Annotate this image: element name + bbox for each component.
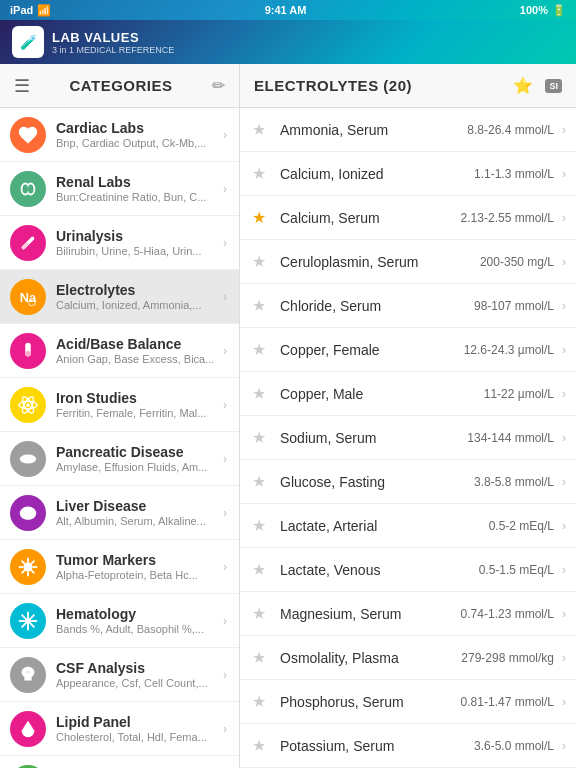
star-icon-8[interactable]: ★ xyxy=(252,472,272,491)
lab-arrow-6: › xyxy=(562,387,566,401)
star-icon-4[interactable]: ★ xyxy=(252,296,272,315)
lab-name-7: Sodium, Serum xyxy=(280,430,467,446)
category-icon-hematology xyxy=(10,603,46,639)
left-header: ☰ CATEGORIES ✏ xyxy=(0,64,239,108)
menu-icon[interactable]: ☰ xyxy=(14,75,30,97)
star-icon-6[interactable]: ★ xyxy=(252,384,272,403)
category-icon-tumor xyxy=(10,549,46,585)
lab-arrow-5: › xyxy=(562,343,566,357)
battery-label: 100% xyxy=(520,4,548,16)
star-icon-2[interactable]: ★ xyxy=(252,208,272,227)
star-icon-13[interactable]: ★ xyxy=(252,692,272,711)
lab-name-6: Copper, Male xyxy=(280,386,484,402)
category-item-hematology[interactable]: Hematology Bands %, Adult, Basophil %,..… xyxy=(0,594,239,648)
lab-arrow-14: › xyxy=(562,739,566,753)
svg-line-23 xyxy=(22,570,25,573)
category-item-drug[interactable]: Drug Levels Amikacin, Peak, Amikacin, Tr… xyxy=(0,756,239,768)
svg-point-2 xyxy=(23,184,29,193)
category-item-pancreatic[interactable]: Pancreatic Disease Amylase, Effusion Flu… xyxy=(0,432,239,486)
lab-name-4: Chloride, Serum xyxy=(280,298,474,314)
category-item-renal[interactable]: Renal Labs Bun:Creatinine Ratio, Bun, C.… xyxy=(0,162,239,216)
lab-arrow-1: › xyxy=(562,167,566,181)
category-item-tumor[interactable]: Tumor Markers Alpha-Fetoprotein, Beta Hc… xyxy=(0,540,239,594)
star-icon-9[interactable]: ★ xyxy=(252,516,272,535)
lab-range-8: 3.8-5.8 mmol/L xyxy=(474,475,554,489)
lab-item[interactable]: ★ Lactate, Arterial 0.5-2 mEq/L › xyxy=(240,504,576,548)
category-item-csf[interactable]: CSF Analysis Appearance, Csf, Cell Count… xyxy=(0,648,239,702)
category-icon-electrolytes: NaCl xyxy=(10,279,46,315)
lab-item[interactable]: ★ Osmolality, Plasma 279-298 mmol/kg › xyxy=(240,636,576,680)
category-sub-tumor: Alpha-Fetoprotein, Beta Hc... xyxy=(56,569,223,581)
lab-item[interactable]: ★ Chloride, Serum 98-107 mmol/L › xyxy=(240,284,576,328)
category-icon-acidbase xyxy=(10,333,46,369)
category-arrow-liver: › xyxy=(223,506,227,520)
star-icon-12[interactable]: ★ xyxy=(252,648,272,667)
lab-item[interactable]: ★ Potassium, Serum 3.6-5.0 mmol/L › xyxy=(240,724,576,768)
search-icon[interactable]: ⭐ xyxy=(513,76,533,95)
app-logo: 🧪 LAB VALUES 3 in 1 MEDICAL REFERENCE xyxy=(12,26,174,58)
lab-item[interactable]: ★ Calcium, Ionized 1.1-1.3 mmol/L › xyxy=(240,152,576,196)
star-icon-10[interactable]: ★ xyxy=(252,560,272,579)
star-icon-0[interactable]: ★ xyxy=(252,120,272,139)
star-icon-11[interactable]: ★ xyxy=(252,604,272,623)
category-icon-renal xyxy=(10,171,46,207)
category-item-liver[interactable]: Liver Disease Alt, Albumin, Serum, Alkal… xyxy=(0,486,239,540)
category-item-electrolytes[interactable]: NaCl Electrolytes Calcium, Ionized, Ammo… xyxy=(0,270,239,324)
edit-icon[interactable]: ✏ xyxy=(212,76,225,95)
category-sub-pancreatic: Amylase, Effusion Fluids, Am... xyxy=(56,461,223,473)
svg-rect-9 xyxy=(25,351,31,357)
lab-item[interactable]: ★ Copper, Male 11-22 µmol/L › xyxy=(240,372,576,416)
lab-name-3: Ceruloplasmin, Serum xyxy=(280,254,480,270)
svg-point-28 xyxy=(26,619,30,623)
category-text-urinalysis: Urinalysis Bilirubin, Urine, 5-Hiaa, Uri… xyxy=(56,228,223,257)
category-item-acidbase[interactable]: Acid/Base Balance Anion Gap, Base Excess… xyxy=(0,324,239,378)
lab-item[interactable]: ★ Ceruloplasmin, Serum 200-350 mg/L › xyxy=(240,240,576,284)
category-arrow-csf: › xyxy=(223,668,227,682)
category-sub-iron: Ferritin, Female, Ferritin, Mal... xyxy=(56,407,223,419)
status-time: 9:41 AM xyxy=(265,4,307,16)
category-sub-csf: Appearance, Csf, Cell Count,... xyxy=(56,677,223,689)
star-icon-1[interactable]: ★ xyxy=(252,164,272,183)
category-name-lipid: Lipid Panel xyxy=(56,714,223,730)
categories-list: Cardiac Labs Bnp, Cardiac Output, Ck-Mb,… xyxy=(0,108,239,768)
lab-item[interactable]: ★ Magnesium, Serum 0.74-1.23 mmol/L › xyxy=(240,592,576,636)
category-arrow-urinalysis: › xyxy=(223,236,227,250)
star-icon-7[interactable]: ★ xyxy=(252,428,272,447)
lab-range-3: 200-350 mg/L xyxy=(480,255,554,269)
star-icon-14[interactable]: ★ xyxy=(252,736,272,755)
lab-item[interactable]: ★ Lactate, Venous 0.5-1.5 mEq/L › xyxy=(240,548,576,592)
svg-line-22 xyxy=(31,560,34,563)
lab-item[interactable]: ★ Ammonia, Serum 8.8-26.4 mmol/L › xyxy=(240,108,576,152)
category-item-iron[interactable]: Iron Studies Ferritin, Female, Ferritin,… xyxy=(0,378,239,432)
lab-name-14: Potassium, Serum xyxy=(280,738,474,754)
category-item-cardiac[interactable]: Cardiac Labs Bnp, Cardiac Output, Ck-Mb,… xyxy=(0,108,239,162)
svg-line-20 xyxy=(22,560,25,563)
status-left: iPad 📶 xyxy=(10,4,51,17)
category-text-csf: CSF Analysis Appearance, Csf, Cell Count… xyxy=(56,660,223,689)
category-sub-hematology: Bands %, Adult, Basophil %,... xyxy=(56,623,223,635)
svg-text:Cl: Cl xyxy=(28,299,36,308)
lab-name-11: Magnesium, Serum xyxy=(280,606,461,622)
svg-point-10 xyxy=(26,403,30,407)
category-name-electrolytes: Electrolytes xyxy=(56,282,223,298)
category-arrow-cardiac: › xyxy=(223,128,227,142)
right-header: ELECTROLYTES (20) ⭐ SI xyxy=(240,64,576,108)
lab-name-0: Ammonia, Serum xyxy=(280,122,467,138)
si-badge[interactable]: SI xyxy=(545,79,562,93)
category-item-urinalysis[interactable]: Urinalysis Bilirubin, Urine, 5-Hiaa, Uri… xyxy=(0,216,239,270)
lab-item[interactable]: ★ Phosphorus, Serum 0.81-1.47 mmol/L › xyxy=(240,680,576,724)
category-item-lipid[interactable]: Lipid Panel Cholesterol, Total, Hdl, Fem… xyxy=(0,702,239,756)
lab-item[interactable]: ★ Copper, Female 12.6-24.3 µmol/L › xyxy=(240,328,576,372)
wifi-icon: 📶 xyxy=(37,4,51,17)
lab-item[interactable]: ★ Sodium, Serum 134-144 mmol/L › xyxy=(240,416,576,460)
status-right: 100% 🔋 xyxy=(520,4,566,17)
category-sub-acidbase: Anion Gap, Base Excess, Bica... xyxy=(56,353,223,365)
lab-item[interactable]: ★ Glucose, Fasting 3.8-5.8 mmol/L › xyxy=(240,460,576,504)
lab-item[interactable]: ★ Calcium, Serum 2.13-2.55 mmol/L › xyxy=(240,196,576,240)
star-icon-5[interactable]: ★ xyxy=(252,340,272,359)
right-panel-title: ELECTROLYTES (20) xyxy=(254,77,412,94)
lab-name-9: Lactate, Arterial xyxy=(280,518,489,534)
lab-arrow-0: › xyxy=(562,123,566,137)
app-name: LAB VALUES xyxy=(52,30,174,45)
star-icon-3[interactable]: ★ xyxy=(252,252,272,271)
